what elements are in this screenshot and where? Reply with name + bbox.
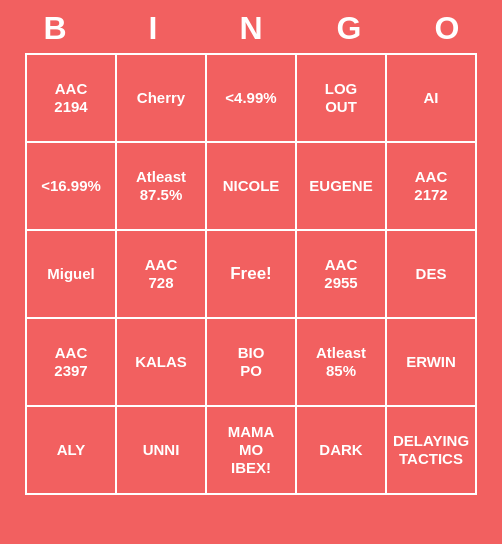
bingo-cell-14: DES xyxy=(387,231,477,319)
header-n: N xyxy=(206,10,296,47)
bingo-cell-5: <16.99% xyxy=(27,143,117,231)
bingo-cell-3: LOG OUT xyxy=(297,55,387,143)
bingo-cell-20: ALY xyxy=(27,407,117,495)
bingo-cell-21: UNNI xyxy=(117,407,207,495)
bingo-cell-9: AAC 2172 xyxy=(387,143,477,231)
bingo-cell-12: Free! xyxy=(207,231,297,319)
bingo-cell-6: Atleast 87.5% xyxy=(117,143,207,231)
bingo-header: B I N G O xyxy=(6,0,496,53)
header-o: O xyxy=(402,10,492,47)
bingo-grid: AAC 2194Cherry<4.99%LOG OUTAI<16.99%Atle… xyxy=(25,53,477,495)
bingo-cell-10: Miguel xyxy=(27,231,117,319)
bingo-cell-19: ERWIN xyxy=(387,319,477,407)
bingo-cell-1: Cherry xyxy=(117,55,207,143)
bingo-cell-0: AAC 2194 xyxy=(27,55,117,143)
bingo-cell-4: AI xyxy=(387,55,477,143)
bingo-cell-13: AAC 2955 xyxy=(297,231,387,319)
bingo-cell-8: EUGENE xyxy=(297,143,387,231)
bingo-cell-15: AAC 2397 xyxy=(27,319,117,407)
bingo-cell-18: Atleast 85% xyxy=(297,319,387,407)
bingo-cell-22: MAMA MO IBEX! xyxy=(207,407,297,495)
bingo-cell-17: BIO PO xyxy=(207,319,297,407)
bingo-cell-23: DARK xyxy=(297,407,387,495)
bingo-cell-11: AAC 728 xyxy=(117,231,207,319)
bingo-cell-2: <4.99% xyxy=(207,55,297,143)
header-g: G xyxy=(304,10,394,47)
bingo-cell-24: DELAYING TACTICS xyxy=(387,407,477,495)
bingo-cell-16: KALAS xyxy=(117,319,207,407)
header-i: I xyxy=(108,10,198,47)
header-b: B xyxy=(10,10,100,47)
bingo-cell-7: NICOLE xyxy=(207,143,297,231)
